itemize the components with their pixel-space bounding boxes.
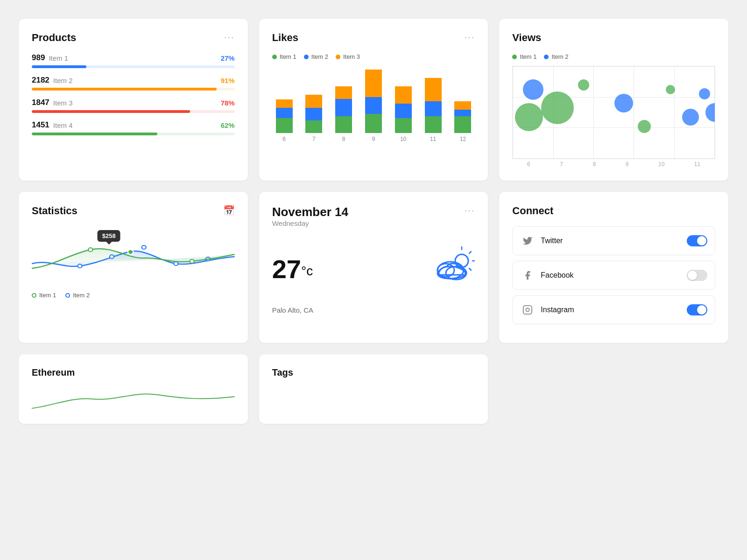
tags-card: Tags (259, 354, 488, 424)
likes-card: Likes ··· Item 1Item 2Item 3 6 7 (259, 19, 488, 181)
svg-point-6 (88, 248, 92, 252)
ethereum-svg (32, 387, 235, 411)
bar-seg-item2 (365, 97, 382, 114)
weather-day: Wednesday (272, 219, 348, 227)
likes-title: Likes (272, 32, 298, 44)
legend-label: Item 2 (311, 53, 328, 60)
product-label: 989 Item 1 (32, 53, 68, 63)
bar-seg-item2 (335, 99, 352, 116)
bar-group: 11 (421, 78, 445, 142)
likes-bar-chart: 6 7 8 9 (272, 68, 475, 142)
bar-group: 10 (391, 86, 416, 142)
connect-card: Connect Twitter Facebook Instagram (499, 192, 728, 343)
bar-seg-item2 (425, 101, 442, 116)
ethereum-header: Ethereum (32, 367, 235, 378)
stat-legend-item1: Item 1 (32, 292, 56, 299)
bar-group: 12 (451, 101, 475, 142)
product-num: 2182 (32, 76, 49, 85)
bar-seg-item3 (305, 95, 322, 107)
bar-label: 8 (342, 136, 345, 142)
ethereum-chart-placeholder (32, 387, 235, 411)
progress-bg (32, 65, 235, 68)
connect-toggle-twitter[interactable] (687, 235, 707, 246)
products-menu[interactable]: ··· (224, 32, 235, 42)
statistics-card: Statistics 📅 $258 (19, 192, 248, 343)
legend-item: Item 3 (336, 53, 360, 60)
stat-legend-dot2 (65, 293, 70, 298)
connect-icon-instagram (520, 302, 535, 317)
product-name: Item 1 (49, 54, 68, 62)
legend-item: Item 1 (512, 53, 536, 60)
svg-point-2 (142, 245, 146, 249)
connect-name: Instagram (541, 306, 574, 314)
product-name: Item 2 (53, 77, 73, 84)
product-num: 1451 (32, 120, 49, 130)
connect-row: Instagram (512, 295, 715, 324)
views-card: Views Item 1Item 2 67891011 (499, 19, 728, 181)
products-card: Products ··· 989 Item 1 27% 2182 Item 2 … (19, 19, 248, 181)
legend-label: Item 1 (280, 53, 296, 60)
connect-toggle-facebook[interactable] (687, 270, 707, 281)
product-row-top: 989 Item 1 27% (32, 53, 235, 63)
progress-fill (32, 110, 190, 113)
product-label: 1451 Item 4 (32, 120, 73, 130)
ethereum-card: Ethereum (19, 354, 248, 424)
likes-menu[interactable]: ··· (465, 32, 475, 42)
legend-label: Item 2 (551, 53, 568, 60)
likes-header: Likes ··· (272, 32, 475, 44)
bar-group: 9 (361, 70, 386, 142)
views-legend: Item 1Item 2 (512, 53, 715, 60)
toggle-knob (697, 305, 706, 315)
product-row: 2182 Item 2 91% (32, 76, 235, 91)
legend-dot (544, 55, 549, 59)
weather-menu[interactable]: ··· (465, 205, 475, 216)
bubble (523, 79, 543, 100)
legend-dot (336, 55, 340, 59)
product-row-top: 1451 Item 4 62% (32, 120, 235, 130)
connect-icon-facebook (520, 268, 535, 283)
stat-legend-label2: Item 2 (73, 292, 90, 299)
connect-left: Facebook (520, 268, 573, 283)
bar-seg-item1 (276, 118, 293, 133)
product-row-top: 2182 Item 2 91% (32, 76, 235, 85)
connect-toggle-instagram[interactable] (687, 304, 707, 315)
connect-row: Facebook (512, 261, 715, 290)
bar-stack (395, 86, 412, 133)
weather-icon (433, 246, 475, 292)
bubble (699, 88, 710, 99)
line-chart-svg (32, 226, 235, 287)
calendar-icon[interactable]: 📅 (223, 205, 235, 216)
toggle-knob (697, 236, 706, 245)
bar-group: 6 (272, 99, 296, 143)
legend-item: Item 2 (304, 53, 328, 60)
stat-legend-dot1 (32, 293, 36, 298)
product-name: Item 3 (53, 99, 73, 107)
progress-bg (32, 133, 235, 135)
bubble (666, 85, 675, 94)
bar-seg-item3 (365, 70, 382, 97)
axis-label: 9 (626, 161, 629, 168)
bar-seg-item3 (454, 101, 471, 110)
progress-bg (32, 88, 235, 91)
bar-stack (276, 99, 293, 133)
statistics-title: Statistics (32, 205, 78, 217)
svg-line-11 (469, 268, 471, 270)
bar-seg-item3 (425, 78, 442, 101)
bar-label: 6 (282, 136, 286, 142)
views-bubble-chart (512, 66, 715, 159)
bar-seg-item3 (395, 86, 412, 103)
connect-name: Twitter (541, 237, 563, 245)
bar-seg-item2 (305, 108, 322, 120)
weather-temp: 27 (272, 254, 301, 284)
toggle-knob (688, 271, 697, 280)
svg-point-7 (190, 259, 194, 263)
ethereum-title: Ethereum (32, 367, 75, 378)
stat-legend-label1: Item 1 (39, 292, 56, 299)
weather-main: 27°c (272, 246, 475, 292)
weather-unit: °c (301, 264, 313, 278)
statistics-tooltip: $258 (98, 230, 120, 242)
bar-seg-item1 (425, 116, 442, 133)
axis-label: 10 (658, 161, 664, 168)
axis-label: 11 (694, 161, 700, 168)
bubble (682, 109, 699, 126)
